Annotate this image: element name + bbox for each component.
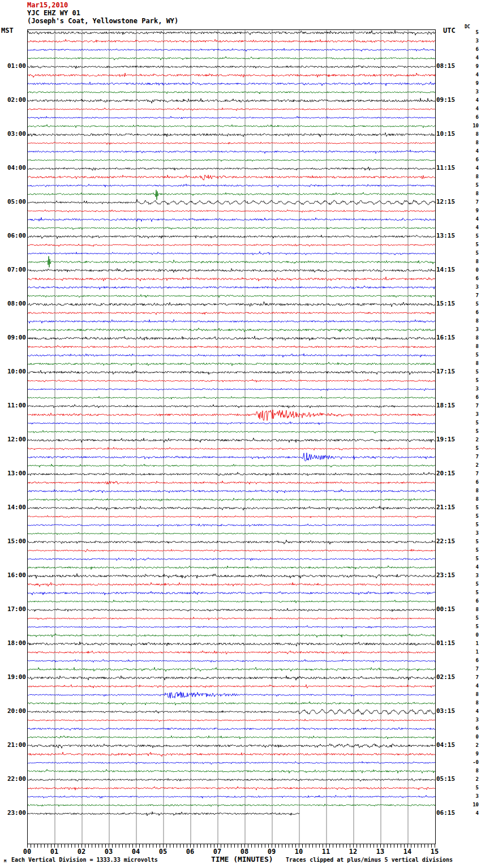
seismo-trace-row-55 [28, 498, 435, 501]
x-axis-tick [190, 844, 191, 848]
x-axis-tick [163, 844, 164, 848]
seismo-trace-row-38 [28, 354, 435, 357]
seismo-trace-row-0 [28, 31, 435, 36]
mst-time-label: 16:00 [0, 571, 26, 579]
x-tick-label: 02 [74, 848, 89, 856]
dc-offset-value: 8 [465, 691, 479, 697]
seismo-trace-row-87 [28, 770, 435, 774]
x-axis-tick [401, 844, 401, 848]
x-axis-tick [109, 844, 109, 848]
x-axis-tick [261, 844, 262, 848]
seismo-trace-row-62 [28, 558, 435, 561]
x-axis-tick [129, 844, 130, 848]
x-axis-tick [316, 844, 316, 848]
seismo-trace-row-36 [28, 336, 435, 341]
dc-offset-value: 9 [465, 751, 479, 757]
seismo-trace-row-77 [28, 685, 435, 688]
seismo-trace-row-76 [28, 676, 435, 680]
dc-offset-value: 5 [465, 428, 479, 434]
seismo-trace-row-34 [28, 320, 435, 324]
x-axis-tick [112, 844, 113, 848]
x-axis-tick [166, 844, 167, 848]
mst-time-label: 21:00 [0, 741, 26, 749]
dc-offset-value: 2 [465, 462, 479, 468]
dc-offset-value: 0 [465, 632, 479, 638]
x-axis-tick [407, 844, 408, 848]
dc-offset-value: 6 [465, 598, 479, 604]
x-axis-tick [295, 844, 296, 848]
x-axis-tick [387, 844, 388, 848]
dc-offset-value: 7 [465, 471, 479, 476]
utc-time-label: 12:15 [436, 198, 455, 205]
dc-offset-value: 3 [465, 530, 479, 536]
x-axis-tick [44, 844, 45, 848]
dc-offset-value: 3 [465, 793, 479, 799]
seismo-trace-row-10 [28, 117, 435, 119]
utc-time-label: 06:15 [436, 809, 455, 817]
seismo-trace-row-5 [28, 73, 435, 78]
x-axis-tick [278, 844, 279, 848]
x-axis-tick [61, 844, 62, 848]
seismo-trace-row-50 [28, 453, 435, 461]
seismogram-traces-svg [28, 30, 435, 844]
seismo-trace-row-12 [28, 133, 435, 137]
x-axis-tick [37, 844, 38, 848]
mst-time-label: 17:00 [0, 605, 26, 613]
x-axis-tick [285, 844, 286, 848]
seismo-trace-row-6 [28, 82, 435, 86]
dc-offset-value: 5 [465, 547, 479, 553]
dc-offset-value: 8 [465, 488, 479, 493]
x-axis-tick [105, 844, 106, 848]
left-timezone-label: MST [1, 27, 14, 35]
dc-offset-value: 10 [465, 802, 479, 807]
x-axis-tick [65, 844, 65, 848]
x-axis-tick [350, 844, 350, 848]
x-axis-tick [377, 844, 377, 848]
x-axis-tick [41, 844, 41, 848]
seismo-trace-row-31 [28, 295, 435, 298]
seismo-trace-row-64 [28, 574, 435, 579]
x-axis-tick [160, 844, 160, 848]
seismo-trace-row-81 [28, 719, 435, 722]
x-axis-tick [102, 844, 102, 848]
station-location: (Joseph's Coat, Yellowstone Park, WY) [27, 17, 178, 25]
x-axis-tick [275, 844, 276, 848]
seismo-trace-row-18 [28, 184, 435, 187]
x-tick-label: 07 [210, 848, 225, 856]
seismo-trace-row-85 [28, 752, 435, 757]
x-axis-tick [424, 844, 425, 848]
mst-time-label: 06:00 [0, 232, 26, 239]
seismo-trace-row-20 [28, 199, 435, 205]
x-tick-label: 11 [319, 848, 333, 856]
seismo-trace-row-39 [28, 362, 435, 366]
x-axis-tick [234, 844, 235, 848]
x-tick-label: 03 [101, 848, 116, 856]
seismo-trace-row-44 [28, 405, 435, 408]
x-axis-tick [231, 844, 231, 848]
x-tick-label: 13 [373, 848, 388, 856]
dc-offset-value: 7 [465, 666, 479, 672]
mst-time-label: 08:00 [0, 300, 26, 307]
dc-offset-value: 5 [465, 522, 479, 527]
x-axis-tick [214, 844, 214, 848]
dc-offset-value: 3 [465, 326, 479, 332]
x-axis-tick [431, 844, 432, 848]
dc-offset-value: 5 [465, 505, 479, 510]
mst-time-label: 11:00 [0, 402, 26, 409]
plot-date: Mar15,2010 [27, 1, 68, 9]
mst-time-label: 22:00 [0, 775, 26, 783]
dc-offset-value: 9 [465, 80, 479, 86]
x-axis-tick [302, 844, 303, 848]
seismo-trace-row-84 [28, 744, 435, 749]
x-tick-label: 10 [291, 848, 306, 856]
x-axis-tick [367, 844, 367, 848]
x-axis-tick [289, 844, 289, 848]
x-axis-tick [363, 844, 364, 848]
dc-offset-value: 7 [465, 293, 479, 298]
mst-time-label: 02:00 [0, 96, 26, 104]
x-axis-tick [435, 844, 435, 848]
x-axis-tick [397, 844, 398, 848]
dc-offset-value: 3 [465, 386, 479, 392]
dc-offset-value: 5 [465, 581, 479, 587]
dc-offset-value: 5 [465, 301, 479, 307]
